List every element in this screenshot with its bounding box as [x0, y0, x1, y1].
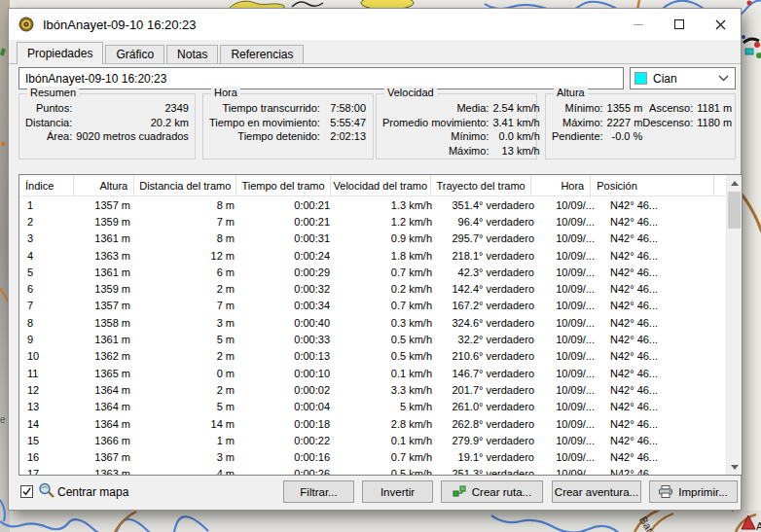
cell-trayecto: 251.3° verdadero	[438, 468, 540, 475]
cell-altura: 1365 m	[75, 368, 136, 379]
minimize-icon	[634, 24, 643, 25]
cell-indice: 3	[19, 232, 75, 244]
track-color-select[interactable]: Cian	[630, 67, 736, 89]
cell-trayecto: 146.7° verdadero	[438, 368, 540, 379]
track-points-table[interactable]: Índice Altura Distancia del tramo Tiempo…	[18, 174, 743, 476]
cell-hora: 10/09/...	[540, 317, 600, 329]
maximize-button[interactable]	[659, 9, 700, 40]
cell-velocidad: 0.5 km/h	[336, 350, 438, 362]
minimize-button[interactable]	[618, 9, 659, 40]
cell-hora: 10/09/...	[540, 334, 600, 345]
table-row[interactable]: 4 1363 m 12 m 0:00:24 1.8 km/h 218.1° ve…	[19, 247, 726, 264]
cell-indice: 9	[19, 334, 75, 345]
cell-posicion: N42° 46...	[600, 435, 726, 446]
cell-posicion: N42° 46...	[600, 468, 726, 475]
min-speed-label: Mínimo:	[382, 129, 492, 144]
center-map-checkbox[interactable]	[20, 485, 33, 498]
cell-indice: 17	[19, 468, 75, 475]
column-header-distancia[interactable]: Distancia del tramo	[134, 175, 236, 195]
table-row[interactable]: 8 1358 m 3 m 0:00:40 0.3 km/h 324.6° ver…	[19, 314, 726, 331]
table-row[interactable]: 16 1367 m 3 m 0:00:16 0.7 km/h 19.1° ver…	[19, 448, 726, 465]
table-row[interactable]: 6 1359 m 2 m 0:00:32 0.2 km/h 142.4° ver…	[19, 280, 726, 297]
table-row[interactable]: 13 1364 m 5 m 0:00:04 5 km/h 261.0° verd…	[19, 399, 726, 415]
cell-hora: 10/09/...	[540, 384, 600, 396]
max-speed-label: Máximo:	[382, 144, 492, 159]
column-header-posicion[interactable]: Posición	[591, 175, 714, 195]
cell-trayecto: 19.1° verdadero	[438, 451, 540, 463]
cell-trayecto: 351.4° verdadero	[438, 199, 540, 211]
table-row[interactable]: 3 1361 m 8 m 0:00:31 0.9 km/h 295.7° ver…	[19, 231, 726, 247]
track-name-input[interactable]	[18, 67, 624, 89]
table-scrollbar[interactable]	[726, 175, 742, 475]
moving-time-value: 5:55:47	[324, 116, 366, 130]
cell-tiempo: 0:00:13	[240, 350, 336, 362]
tab-grafico[interactable]: Gráfico	[105, 45, 164, 63]
column-header-tiempo[interactable]: Tiempo del tramo	[236, 175, 330, 195]
cell-velocidad: 1.2 km/h	[336, 216, 438, 228]
cell-distancia: 14 m	[136, 418, 240, 430]
cell-tiempo: 0:00:21	[240, 216, 336, 228]
column-header-indice[interactable]: Índice	[19, 175, 74, 195]
cell-hora: 10/09/...	[540, 300, 600, 311]
cell-posicion: N42° 46...	[600, 451, 726, 463]
cell-trayecto: 42.3° verdadero	[438, 266, 540, 278]
create-route-button[interactable]: Crear ruta...	[441, 480, 543, 503]
title-bar[interactable]: IbónAnayet-09-10 16:20:23	[9, 9, 741, 40]
table-row[interactable]: 15 1366 m 1 m 0:00:22 0.1 km/h 279.9° ve…	[19, 432, 726, 448]
table-row[interactable]: 5 1361 m 6 m 0:00:29 0.7 km/h 42.3° verd…	[19, 264, 726, 280]
table-row[interactable]: 17 1363 m 4 m 0:00:26 0.5 km/h 251.3° ve…	[19, 466, 726, 475]
cell-distancia: 2 m	[136, 350, 240, 362]
cell-velocidad: 5 km/h	[336, 401, 438, 412]
table-row[interactable]: 14 1364 m 14 m 0:00:18 2.8 km/h 262.8° v…	[19, 415, 726, 432]
cell-velocidad: 0.5 km/h	[336, 334, 438, 345]
scroll-down-button[interactable]	[727, 459, 742, 475]
slope-label: Pendiente:	[552, 129, 607, 144]
min-alt-value: 1355 m	[607, 101, 643, 116]
invert-button[interactable]: Invertir	[362, 480, 433, 503]
ascent-value: 1181 m	[697, 101, 732, 116]
table-row[interactable]: 2 1359 m 7 m 0:00:21 1.2 km/h 96.4° verd…	[19, 213, 726, 230]
close-button[interactable]	[700, 9, 741, 40]
cell-altura: 1366 m	[75, 435, 136, 446]
cell-posicion: N42° 46...	[600, 250, 726, 262]
cell-trayecto: 279.9° verdadero	[438, 435, 540, 446]
cell-altura: 1367 m	[75, 451, 136, 463]
table-row[interactable]: 12 1364 m 2 m 0:00:02 3.3 km/h 201.7° ve…	[19, 381, 726, 398]
max-speed-value: 13 km/h	[492, 144, 539, 159]
speed-group-title: Velocidad	[384, 87, 437, 98]
cell-trayecto: 324.6° verdadero	[438, 317, 540, 329]
cell-indice: 10	[19, 350, 75, 362]
table-row[interactable]: 10 1362 m 2 m 0:00:13 0.5 km/h 210.6° ve…	[19, 348, 726, 365]
min-speed-value: 0.0 km/h	[492, 129, 539, 144]
scroll-up-button[interactable]	[727, 175, 742, 191]
cell-posicion: N42° 46...	[600, 334, 726, 345]
cell-posicion: N42° 46...	[600, 266, 726, 278]
filter-button[interactable]: Filtrar...	[283, 480, 354, 503]
cell-tiempo: 0:00:18	[240, 418, 336, 430]
cell-velocidad: 1.8 km/h	[336, 250, 438, 262]
table-row[interactable]: 9 1361 m 5 m 0:00:33 0.5 km/h 32.2° verd…	[19, 331, 726, 347]
tab-notas[interactable]: Notas	[166, 45, 218, 63]
scrollbar-thumb[interactable]	[728, 192, 741, 229]
table-row[interactable]: 1 1357 m 8 m 0:00:21 1.3 km/h 351.4° ver…	[19, 196, 726, 213]
points-label: Puntos:	[25, 101, 76, 116]
column-header-hora[interactable]: Hora	[531, 175, 591, 195]
create-adventure-button[interactable]: Crear aventura...	[552, 480, 641, 503]
column-header-trayecto[interactable]: Trayecto del tramo	[431, 175, 531, 195]
table-row[interactable]: 7 1357 m 7 m 0:00:34 0.7 km/h 167.2° ver…	[19, 298, 726, 314]
cell-altura: 1359 m	[75, 283, 136, 295]
moving-time-label: Tiempo en movimiento:	[209, 116, 324, 130]
column-header-altura[interactable]: Altura	[74, 175, 134, 195]
cell-hora: 10/09/...	[540, 368, 600, 379]
summary-group-title: Resumen	[27, 87, 79, 98]
cell-hora: 10/09/...	[540, 250, 600, 262]
cell-altura: 1357 m	[75, 199, 136, 211]
table-row[interactable]: 11 1365 m 0 m 0:00:10 0.1 km/h 146.7° ve…	[19, 365, 726, 381]
column-header-velocidad[interactable]: Velocidad del tramo	[331, 175, 431, 195]
tab-referencias[interactable]: Referencias	[220, 45, 304, 63]
column-header-filler	[714, 175, 726, 195]
print-button[interactable]: Imprimir...	[649, 480, 738, 503]
max-alt-value: 2227 m	[607, 116, 643, 130]
tab-propiedades[interactable]: Propiedades	[17, 42, 103, 64]
cell-distancia: 12 m	[136, 250, 240, 262]
